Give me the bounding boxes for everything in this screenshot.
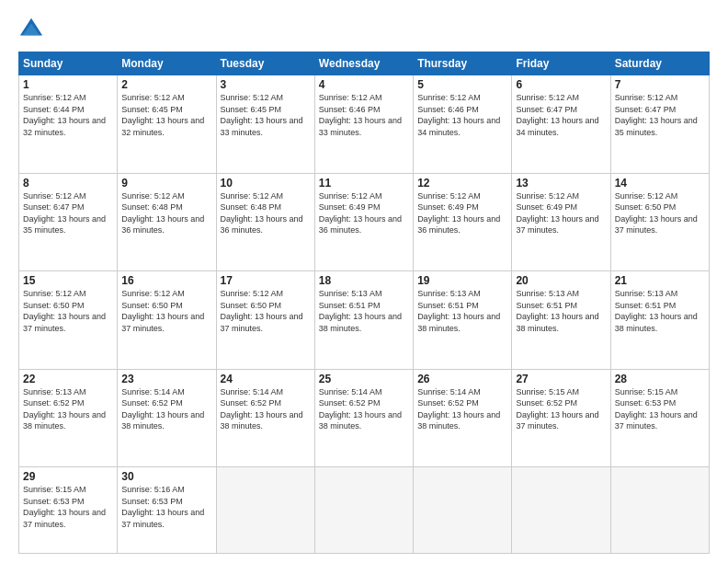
day-info: Sunrise: 5:12 AMSunset: 6:48 PMDaylight:…	[121, 190, 211, 236]
day-number: 1	[23, 78, 113, 91]
day-info: Sunrise: 5:14 AMSunset: 6:52 PMDaylight:…	[121, 386, 211, 432]
week-row-1: 1Sunrise: 5:12 AMSunset: 6:44 PMDaylight…	[19, 75, 710, 174]
day-cell-25: 25Sunrise: 5:14 AMSunset: 6:52 PMDayligh…	[314, 369, 413, 467]
day-cell-3: 3Sunrise: 5:12 AMSunset: 6:45 PMDaylight…	[216, 75, 314, 174]
day-number: 25	[319, 373, 409, 385]
day-cell-6: 6Sunrise: 5:12 AMSunset: 6:47 PMDaylight…	[512, 75, 610, 174]
day-cell-2: 2Sunrise: 5:12 AMSunset: 6:45 PMDaylight…	[118, 75, 216, 174]
day-number: 6	[516, 78, 606, 91]
day-cell-7: 7Sunrise: 5:12 AMSunset: 6:47 PMDaylight…	[610, 75, 709, 174]
day-info: Sunrise: 5:12 AMSunset: 6:50 PMDaylight:…	[121, 288, 211, 334]
day-cell-19: 19Sunrise: 5:13 AMSunset: 6:51 PMDayligh…	[414, 271, 512, 370]
day-cell-13: 13Sunrise: 5:12 AMSunset: 6:49 PMDayligh…	[512, 173, 610, 271]
day-info: Sunrise: 5:12 AMSunset: 6:50 PMDaylight:…	[221, 288, 311, 334]
day-number: 20	[516, 274, 606, 287]
day-info: Sunrise: 5:13 AMSunset: 6:51 PMDaylight:…	[516, 288, 606, 334]
day-number: 27	[516, 373, 606, 385]
day-info: Sunrise: 5:12 AMSunset: 6:47 PMDaylight:…	[615, 92, 705, 138]
day-info: Sunrise: 5:12 AMSunset: 6:49 PMDaylight:…	[417, 190, 507, 236]
day-cell-14: 14Sunrise: 5:12 AMSunset: 6:50 PMDayligh…	[610, 173, 709, 271]
day-info: Sunrise: 5:15 AMSunset: 6:53 PMDaylight:…	[615, 386, 705, 432]
day-number: 29	[23, 470, 113, 483]
day-cell-10: 10Sunrise: 5:12 AMSunset: 6:48 PMDayligh…	[216, 173, 314, 271]
day-cell-15: 15Sunrise: 5:12 AMSunset: 6:50 PMDayligh…	[19, 271, 118, 370]
empty-cell	[512, 467, 610, 554]
day-info: Sunrise: 5:13 AMSunset: 6:51 PMDaylight:…	[319, 288, 409, 334]
day-number: 12	[417, 177, 507, 190]
day-cell-22: 22Sunrise: 5:13 AMSunset: 6:52 PMDayligh…	[19, 369, 118, 467]
day-number: 2	[121, 78, 211, 91]
day-cell-18: 18Sunrise: 5:13 AMSunset: 6:51 PMDayligh…	[314, 271, 413, 370]
week-row-2: 8Sunrise: 5:12 AMSunset: 6:47 PMDaylight…	[19, 173, 710, 271]
day-cell-20: 20Sunrise: 5:13 AMSunset: 6:51 PMDayligh…	[512, 271, 610, 370]
day-number: 7	[615, 78, 705, 91]
logo-icon	[18, 17, 44, 42]
day-number: 13	[516, 177, 606, 190]
day-number: 10	[221, 177, 311, 190]
day-number: 19	[417, 274, 507, 287]
weekday-header-thursday: Thursday	[414, 52, 512, 75]
day-info: Sunrise: 5:14 AMSunset: 6:52 PMDaylight:…	[221, 386, 311, 432]
day-info: Sunrise: 5:12 AMSunset: 6:50 PMDaylight:…	[615, 190, 705, 236]
day-info: Sunrise: 5:12 AMSunset: 6:45 PMDaylight:…	[121, 92, 211, 138]
day-info: Sunrise: 5:12 AMSunset: 6:45 PMDaylight:…	[221, 92, 311, 138]
weekday-header-sunday: Sunday	[19, 52, 118, 75]
empty-cell	[216, 467, 314, 554]
day-info: Sunrise: 5:12 AMSunset: 6:48 PMDaylight:…	[221, 190, 311, 236]
day-cell-24: 24Sunrise: 5:14 AMSunset: 6:52 PMDayligh…	[216, 369, 314, 467]
weekday-header-saturday: Saturday	[610, 52, 709, 75]
day-info: Sunrise: 5:12 AMSunset: 6:44 PMDaylight:…	[23, 92, 113, 138]
day-cell-11: 11Sunrise: 5:12 AMSunset: 6:49 PMDayligh…	[314, 173, 413, 271]
day-number: 16	[121, 274, 211, 287]
empty-cell	[414, 467, 512, 554]
week-row-3: 15Sunrise: 5:12 AMSunset: 6:50 PMDayligh…	[19, 271, 710, 370]
day-info: Sunrise: 5:12 AMSunset: 6:49 PMDaylight:…	[516, 190, 606, 236]
day-cell-8: 8Sunrise: 5:12 AMSunset: 6:47 PMDaylight…	[19, 173, 118, 271]
day-number: 21	[615, 274, 705, 287]
weekday-header-monday: Monday	[118, 52, 216, 75]
page: SundayMondayTuesdayWednesdayThursdayFrid…	[0, 0, 728, 563]
day-info: Sunrise: 5:13 AMSunset: 6:51 PMDaylight:…	[615, 288, 705, 334]
day-info: Sunrise: 5:12 AMSunset: 6:46 PMDaylight:…	[417, 92, 507, 138]
day-cell-28: 28Sunrise: 5:15 AMSunset: 6:53 PMDayligh…	[610, 369, 709, 467]
empty-cell	[610, 467, 709, 554]
day-number: 23	[121, 373, 211, 385]
day-cell-9: 9Sunrise: 5:12 AMSunset: 6:48 PMDaylight…	[118, 173, 216, 271]
day-info: Sunrise: 5:16 AMSunset: 6:53 PMDaylight:…	[121, 484, 211, 530]
day-cell-29: 29Sunrise: 5:15 AMSunset: 6:53 PMDayligh…	[19, 467, 118, 554]
day-cell-21: 21Sunrise: 5:13 AMSunset: 6:51 PMDayligh…	[610, 271, 709, 370]
day-info: Sunrise: 5:13 AMSunset: 6:52 PMDaylight:…	[23, 386, 113, 432]
weekday-header-row: SundayMondayTuesdayWednesdayThursdayFrid…	[19, 52, 710, 75]
day-number: 17	[221, 274, 311, 287]
day-number: 26	[417, 373, 507, 385]
weekday-header-friday: Friday	[512, 52, 610, 75]
day-number: 4	[319, 78, 409, 91]
day-number: 14	[615, 177, 705, 190]
day-info: Sunrise: 5:13 AMSunset: 6:51 PMDaylight:…	[417, 288, 507, 334]
day-info: Sunrise: 5:15 AMSunset: 6:53 PMDaylight:…	[23, 484, 113, 530]
week-row-4: 22Sunrise: 5:13 AMSunset: 6:52 PMDayligh…	[19, 369, 710, 467]
day-cell-16: 16Sunrise: 5:12 AMSunset: 6:50 PMDayligh…	[118, 271, 216, 370]
empty-cell	[314, 467, 413, 554]
day-number: 24	[221, 373, 311, 385]
day-number: 15	[23, 274, 113, 287]
calendar-table: SundayMondayTuesdayWednesdayThursdayFrid…	[18, 52, 710, 554]
day-cell-26: 26Sunrise: 5:14 AMSunset: 6:52 PMDayligh…	[414, 369, 512, 467]
day-cell-23: 23Sunrise: 5:14 AMSunset: 6:52 PMDayligh…	[118, 369, 216, 467]
day-number: 22	[23, 373, 113, 385]
day-cell-27: 27Sunrise: 5:15 AMSunset: 6:52 PMDayligh…	[512, 369, 610, 467]
header	[18, 17, 710, 42]
weekday-header-tuesday: Tuesday	[216, 52, 314, 75]
day-info: Sunrise: 5:14 AMSunset: 6:52 PMDaylight:…	[319, 386, 409, 432]
day-cell-17: 17Sunrise: 5:12 AMSunset: 6:50 PMDayligh…	[216, 271, 314, 370]
week-row-5: 29Sunrise: 5:15 AMSunset: 6:53 PMDayligh…	[19, 467, 710, 554]
day-cell-1: 1Sunrise: 5:12 AMSunset: 6:44 PMDaylight…	[19, 75, 118, 174]
day-number: 5	[417, 78, 507, 91]
day-number: 18	[319, 274, 409, 287]
day-number: 8	[23, 177, 113, 190]
day-cell-12: 12Sunrise: 5:12 AMSunset: 6:49 PMDayligh…	[414, 173, 512, 271]
day-info: Sunrise: 5:14 AMSunset: 6:52 PMDaylight:…	[417, 386, 507, 432]
day-number: 9	[121, 177, 211, 190]
day-info: Sunrise: 5:12 AMSunset: 6:47 PMDaylight:…	[516, 92, 606, 138]
day-info: Sunrise: 5:12 AMSunset: 6:49 PMDaylight:…	[319, 190, 409, 236]
